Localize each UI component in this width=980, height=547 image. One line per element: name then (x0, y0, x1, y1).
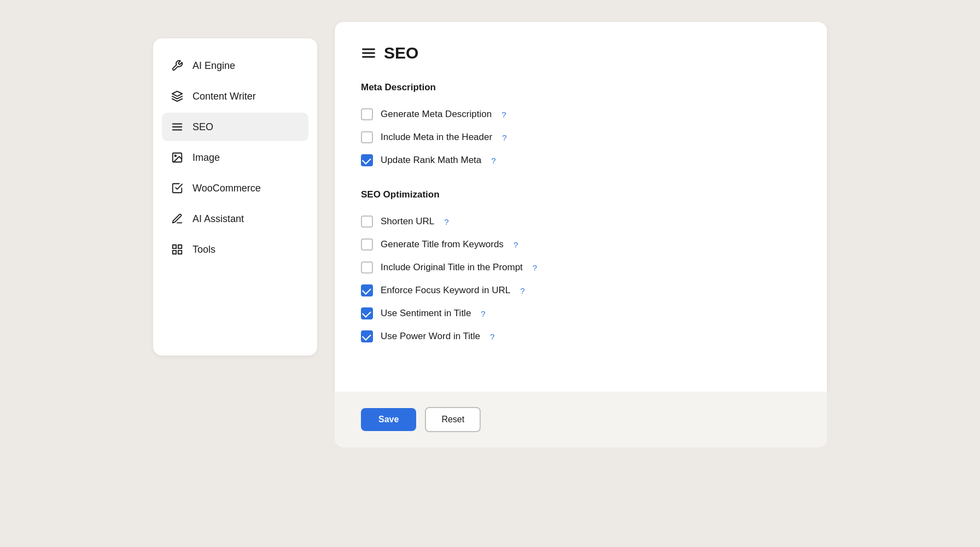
label-include-original-title: Include Original Title in the Prompt (381, 262, 523, 273)
checkbox-row-use-power-word: Use Power Word in Title ? (361, 325, 801, 348)
label-use-power-word-title: Use Power Word in Title (381, 331, 480, 342)
sidebar-label-ai-assistant: AI Assistant (192, 213, 244, 225)
page-title: SEO (384, 44, 418, 62)
svg-rect-7 (178, 245, 182, 248)
pen-icon (171, 212, 184, 225)
seo-optimization-title: SEO Optimization (361, 189, 801, 200)
checkbox-include-original-title[interactable] (361, 261, 373, 274)
sidebar-item-image[interactable]: Image (162, 143, 308, 172)
checkbox-generate-title-keywords[interactable] (361, 238, 373, 251)
sidebar-label-content-writer: Content Writer (192, 91, 256, 102)
sidebar-item-woocommerce[interactable]: WooCommerce (162, 174, 308, 202)
help-use-power-word-title[interactable]: ? (490, 332, 494, 341)
sidebar-item-ai-engine[interactable]: AI Engine (162, 51, 308, 80)
sidebar: AI Engine Content Writer SEO (153, 38, 317, 356)
seo-header-icon (361, 45, 376, 61)
sidebar-item-seo[interactable]: SEO (162, 113, 308, 141)
checkbox-include-meta-header[interactable] (361, 131, 373, 143)
label-use-sentiment-title: Use Sentiment in Title (381, 308, 471, 319)
checkbox-row-generate-meta: Generate Meta Description ? (361, 103, 801, 126)
help-enforce-focus-keyword[interactable]: ? (520, 286, 524, 295)
main-panel: SEO Meta Description Generate Meta Descr… (335, 22, 827, 447)
reset-button[interactable]: Reset (425, 407, 481, 432)
label-enforce-focus-keyword: Enforce Focus Keyword in URL (381, 285, 510, 296)
layers-icon (171, 90, 184, 103)
content-card: SEO Meta Description Generate Meta Descr… (335, 22, 827, 392)
help-include-original-title[interactable]: ? (533, 263, 537, 272)
meta-description-title: Meta Description (361, 82, 801, 93)
checkbox-row-include-original-title: Include Original Title in the Prompt ? (361, 256, 801, 279)
checkbox-row-generate-title-keywords: Generate Title from Keywords ? (361, 233, 801, 256)
sidebar-label-seo: SEO (192, 121, 213, 133)
save-button[interactable]: Save (361, 408, 416, 431)
svg-rect-6 (173, 245, 176, 248)
page-header: SEO (361, 44, 801, 62)
wrench-icon (171, 59, 184, 72)
help-update-rank-math-meta[interactable]: ? (491, 156, 495, 165)
checkbox-row-include-meta: Include Meta in the Header ? (361, 126, 801, 149)
sidebar-label-tools: Tools (192, 244, 215, 255)
sidebar-label-ai-engine: AI Engine (192, 60, 235, 72)
checkbox-generate-meta-description[interactable] (361, 108, 373, 120)
grid-icon (171, 243, 184, 256)
svg-point-5 (174, 155, 176, 156)
checkbox-row-enforce-focus-keyword: Enforce Focus Keyword in URL ? (361, 279, 801, 302)
checkbox-update-rank-math-meta[interactable] (361, 154, 373, 166)
sidebar-label-woocommerce: WooCommerce (192, 183, 261, 194)
svg-rect-9 (178, 251, 182, 254)
sidebar-item-tools[interactable]: Tools (162, 235, 308, 264)
svg-marker-0 (172, 91, 182, 96)
meta-description-section: Meta Description Generate Meta Descripti… (361, 82, 801, 172)
help-shorten-url[interactable]: ? (444, 217, 448, 226)
checkbox-use-power-word-title[interactable] (361, 330, 373, 342)
help-generate-meta-description[interactable]: ? (501, 110, 506, 119)
sidebar-label-image: Image (192, 152, 220, 164)
svg-rect-8 (173, 251, 176, 254)
help-include-meta-header[interactable]: ? (502, 133, 506, 142)
label-include-meta-header: Include Meta in the Header (381, 132, 492, 143)
image-icon (171, 151, 184, 164)
footer-card: Save Reset (335, 392, 827, 447)
checkbox-use-sentiment-title[interactable] (361, 307, 373, 319)
help-generate-title-keywords[interactable]: ? (514, 240, 518, 249)
label-update-rank-math-meta: Update Rank Math Meta (381, 155, 481, 166)
label-shorten-url: Shorten URL (381, 216, 434, 227)
label-generate-meta-description: Generate Meta Description (381, 109, 492, 120)
checkbox-row-shorten-url: Shorten URL ? (361, 210, 801, 233)
help-use-sentiment-title[interactable]: ? (481, 309, 485, 318)
check-square-icon (171, 182, 184, 195)
checkbox-row-use-sentiment-title: Use Sentiment in Title ? (361, 302, 801, 325)
checkbox-shorten-url[interactable] (361, 216, 373, 228)
sidebar-item-content-writer[interactable]: Content Writer (162, 82, 308, 110)
lines-icon (171, 120, 184, 133)
sidebar-item-ai-assistant[interactable]: AI Assistant (162, 205, 308, 233)
seo-optimization-section: SEO Optimization Shorten URL ? Generate … (361, 189, 801, 348)
checkbox-enforce-focus-keyword[interactable] (361, 284, 373, 296)
checkbox-row-update-rank-math: Update Rank Math Meta ? (361, 149, 801, 172)
label-generate-title-keywords: Generate Title from Keywords (381, 239, 504, 250)
